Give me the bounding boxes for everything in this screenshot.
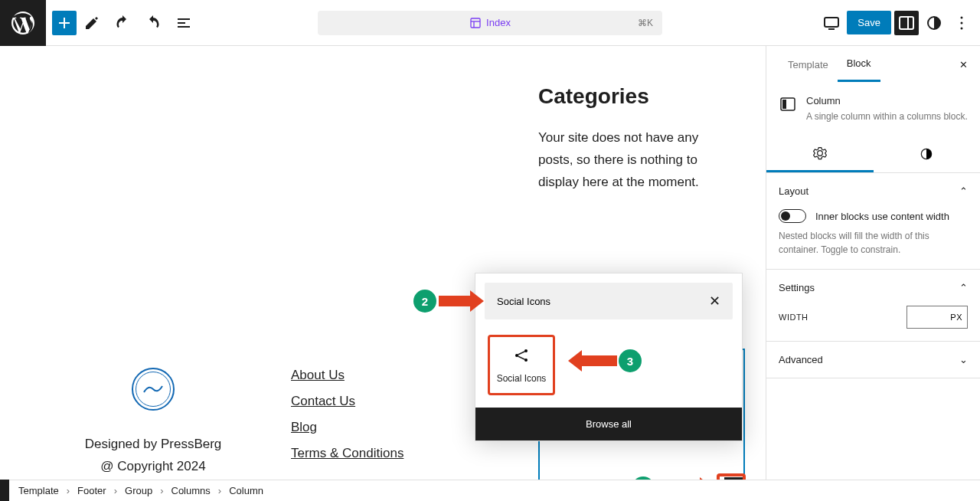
tools-edit-icon[interactable] <box>77 8 107 38</box>
block-card: Column A single column within a columns … <box>766 83 980 136</box>
inserter-search-row: ✕ <box>485 283 733 319</box>
site-logo <box>132 368 175 411</box>
svg-rect-5 <box>900 17 913 29</box>
crumb[interactable]: Template <box>18 485 59 496</box>
block-result-social-icons[interactable]: Social Icons <box>488 335 555 395</box>
categories-heading: Categories <box>538 84 714 109</box>
footer-col-links: About Us Contact Us Blog Terms & Conditi… <box>291 368 505 478</box>
styles-button[interactable] <box>922 11 946 35</box>
svg-point-8 <box>961 16 963 18</box>
svg-line-15 <box>518 356 525 359</box>
column-icon <box>779 95 797 113</box>
top-toolbar: Index ⌘K Save <box>0 0 980 46</box>
inspector-subtabs <box>766 136 980 173</box>
block-name: Column <box>806 95 968 106</box>
svg-line-14 <box>518 352 525 355</box>
width-label: WIDTH <box>779 313 808 322</box>
document-label: Index <box>486 17 511 28</box>
panel-settings-header[interactable]: Settings ⌃ <box>766 270 980 306</box>
settings-sidebar: Template Block ✕ Column A single column … <box>766 46 980 480</box>
panel-settings: Settings ⌃ WIDTH <box>766 270 980 342</box>
chevron-up-icon: ⌃ <box>959 185 968 197</box>
categories-empty-text: Your site does not have any posts, so th… <box>538 127 714 194</box>
crumb[interactable]: Group <box>125 485 152 496</box>
panel-advanced-header[interactable]: Advanced ⌄ <box>766 342 980 378</box>
settings-sidebar-toggle[interactable] <box>894 11 919 35</box>
toggle-hint: Nested blocks will fill the width of thi… <box>779 229 968 257</box>
block-result-label: Social Icons <box>493 373 550 384</box>
command-shortcut: ⌘K <box>638 18 653 28</box>
share-icon <box>512 346 531 365</box>
template-icon <box>469 17 482 29</box>
block-breadcrumb: Template› Footer› Group› Columns› Column <box>0 480 980 501</box>
footer-link[interactable]: About Us <box>291 368 505 383</box>
footer-link[interactable]: Contact Us <box>291 394 505 409</box>
undo-button[interactable] <box>107 8 138 38</box>
content-width-toggle[interactable] <box>779 209 806 223</box>
toggle-label: Inner blocks use content width <box>815 211 949 222</box>
gear-icon <box>812 146 828 161</box>
options-menu[interactable] <box>949 11 974 35</box>
styles-icon <box>919 146 934 162</box>
redo-button[interactable] <box>138 8 168 38</box>
sidebar-tabs: Template Block ✕ <box>766 46 980 83</box>
annotation-badge-3: 3 <box>619 349 642 372</box>
wordpress-logo[interactable] <box>0 0 46 46</box>
browse-all-button[interactable]: Browse all <box>475 408 742 440</box>
chevron-down-icon: ⌄ <box>959 354 968 365</box>
annotation-arrow-2 <box>439 296 473 306</box>
svg-rect-0 <box>471 18 480 28</box>
svg-rect-17 <box>782 100 786 109</box>
width-input[interactable] <box>906 306 968 329</box>
footer-link[interactable]: Blog <box>291 420 505 435</box>
crumb[interactable]: Footer <box>77 485 106 496</box>
crumb[interactable]: Columns <box>172 485 211 496</box>
tab-template[interactable]: Template <box>779 48 838 81</box>
designed-by-text: Designed by PressBerg <box>46 434 260 456</box>
crumb-current: Column <box>229 485 263 496</box>
subtab-styles[interactable] <box>874 136 981 172</box>
footer-link[interactable]: Terms & Conditions <box>291 446 505 461</box>
document-bar[interactable]: Index ⌘K <box>318 11 662 35</box>
svg-rect-3 <box>825 18 838 27</box>
subtab-settings[interactable] <box>766 136 874 172</box>
footer-col-brand: Designed by PressBerg @ Copyright 2024 <box>46 368 260 478</box>
inserter-clear-icon[interactable]: ✕ <box>709 293 720 309</box>
annotation-arrow-3 <box>579 355 617 366</box>
svg-point-9 <box>961 21 963 24</box>
copyright-text: @ Copyright 2024 <box>46 456 260 478</box>
panel-advanced: Advanced ⌄ <box>766 342 980 378</box>
editor-canvas[interactable]: Categories Your site does not have any p… <box>0 46 766 480</box>
block-description: A single column within a columns block. <box>806 110 968 123</box>
bottom-left-corner <box>0 480 9 501</box>
inserter-results: Social Icons <box>475 329 742 408</box>
panel-layout-header[interactable]: Layout ⌃ <box>766 173 980 209</box>
block-inserter-toggle[interactable] <box>52 11 77 35</box>
inserter-search-input[interactable] <box>497 296 709 307</box>
annotation-badge-2: 2 <box>413 290 436 313</box>
chevron-up-icon: ⌃ <box>959 282 968 293</box>
document-overview-button[interactable] <box>168 8 199 38</box>
sidebar-close-icon[interactable]: ✕ <box>959 59 968 70</box>
svg-point-10 <box>961 27 963 29</box>
view-desktop-button[interactable] <box>819 11 844 35</box>
save-button[interactable]: Save <box>847 11 891 34</box>
categories-block: Categories Your site does not have any p… <box>538 84 714 194</box>
tab-block[interactable]: Block <box>838 47 880 82</box>
panel-layout: Layout ⌃ Inner blocks use content width … <box>766 173 980 270</box>
annotation-box-1 <box>717 473 746 480</box>
